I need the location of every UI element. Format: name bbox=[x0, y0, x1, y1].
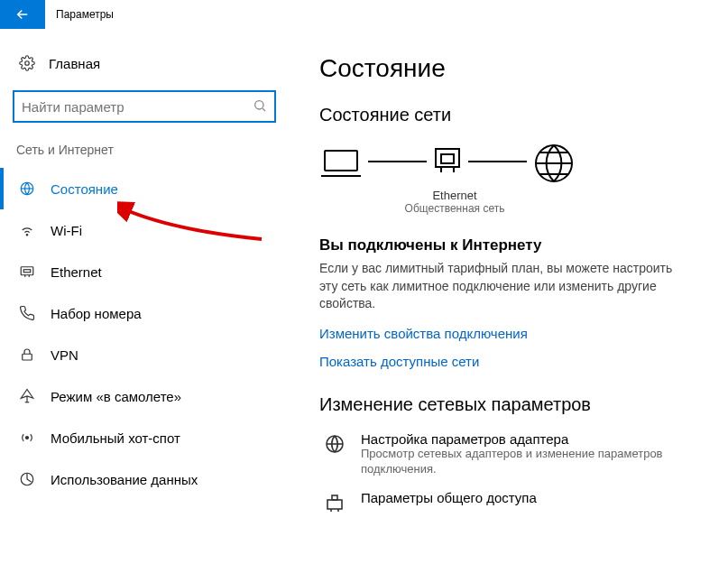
arrow-left-icon bbox=[14, 6, 31, 23]
svg-rect-24 bbox=[332, 495, 337, 500]
svg-point-1 bbox=[255, 100, 263, 108]
sidebar-item-label: Мобильный хот-спот bbox=[38, 430, 180, 446]
svg-rect-15 bbox=[441, 154, 454, 163]
sidebar-item-label: Использование данных bbox=[38, 472, 198, 487]
sidebar: Главная Сеть и Интернет Состояние Wi-Fi bbox=[0, 29, 289, 564]
section-change-params-heading: Изменение сетевых параметров bbox=[319, 394, 710, 415]
svg-point-0 bbox=[25, 61, 30, 66]
option-sharing-settings[interactable]: Параметры общего доступа bbox=[319, 490, 710, 513]
airplane-icon bbox=[16, 388, 38, 404]
network-name: Ethernet bbox=[319, 189, 590, 202]
sidebar-home[interactable]: Главная bbox=[0, 45, 289, 81]
network-type: Общественная сеть bbox=[319, 202, 590, 215]
sidebar-item-airplane[interactable]: Режим «в самолете» bbox=[0, 375, 289, 417]
sidebar-item-vpn[interactable]: VPN bbox=[0, 334, 289, 375]
section-status-heading: Состояние сети bbox=[319, 105, 710, 125]
sidebar-category: Сеть и Интернет bbox=[0, 143, 289, 168]
connection-line bbox=[468, 161, 527, 162]
option-sub: Просмотр сетевых адаптеров и изменение п… bbox=[361, 447, 675, 477]
network-caption: Ethernet Общественная сеть bbox=[319, 189, 590, 215]
window-titlebar: Параметры bbox=[0, 0, 728, 29]
search-icon bbox=[253, 98, 267, 116]
sidebar-item-label: Ethernet bbox=[38, 264, 102, 280]
page-title: Состояние bbox=[319, 54, 710, 83]
sidebar-home-label: Главная bbox=[38, 56, 100, 71]
option-adapter-settings[interactable]: Настройка параметров адаптера Просмотр с… bbox=[319, 431, 710, 477]
sidebar-item-label: Wi-Fi bbox=[38, 223, 82, 238]
phone-icon bbox=[16, 305, 38, 321]
router-icon bbox=[432, 145, 463, 181]
connection-line bbox=[368, 161, 427, 162]
search-input[interactable] bbox=[22, 99, 253, 115]
svg-rect-12 bbox=[325, 151, 357, 171]
main-pane: Состояние Состояние сети Ethernet Общест… bbox=[289, 29, 728, 564]
gear-icon bbox=[16, 55, 38, 71]
svg-line-2 bbox=[263, 108, 265, 111]
status-icon bbox=[16, 180, 38, 197]
sidebar-item-hotspot[interactable]: Мобильный хот-спот bbox=[0, 417, 289, 458]
sidebar-item-data-usage[interactable]: Использование данных bbox=[0, 458, 289, 500]
sharing-icon bbox=[319, 490, 350, 513]
vpn-icon bbox=[16, 347, 38, 363]
link-show-available-networks[interactable]: Показать доступные сети bbox=[319, 354, 710, 369]
sidebar-item-status[interactable]: Состояние bbox=[0, 168, 289, 209]
search-input-container[interactable] bbox=[13, 90, 276, 123]
link-change-connection-props[interactable]: Изменить свойства подключения bbox=[319, 326, 710, 341]
svg-point-4 bbox=[26, 235, 28, 236]
adapter-icon bbox=[319, 431, 350, 455]
svg-point-10 bbox=[26, 437, 29, 439]
svg-rect-23 bbox=[327, 500, 342, 509]
option-title: Настройка параметров адаптера bbox=[361, 431, 675, 447]
computer-icon bbox=[319, 145, 363, 181]
connected-title: Вы подключены к Интернету bbox=[319, 236, 710, 254]
svg-rect-9 bbox=[23, 354, 32, 360]
sidebar-item-label: VPN bbox=[38, 347, 78, 363]
back-button[interactable] bbox=[0, 0, 45, 29]
sidebar-item-wifi[interactable]: Wi-Fi bbox=[0, 209, 289, 251]
sidebar-item-ethernet[interactable]: Ethernet bbox=[0, 251, 289, 292]
wifi-icon bbox=[16, 222, 38, 238]
globe-icon bbox=[532, 142, 576, 185]
window-title: Параметры bbox=[45, 8, 114, 21]
ethernet-icon bbox=[16, 264, 38, 280]
svg-rect-6 bbox=[23, 270, 31, 273]
data-usage-icon bbox=[16, 471, 38, 487]
sidebar-item-label: Состояние bbox=[38, 181, 118, 197]
option-title: Параметры общего доступа bbox=[361, 490, 537, 505]
network-diagram bbox=[319, 142, 710, 185]
hotspot-icon bbox=[16, 430, 38, 446]
sidebar-item-label: Режим «в самолете» bbox=[38, 389, 181, 404]
svg-rect-5 bbox=[21, 267, 33, 275]
sidebar-item-dialup[interactable]: Набор номера bbox=[0, 292, 289, 334]
sidebar-item-label: Набор номера bbox=[38, 306, 142, 321]
connected-body: Если у вас лимитный тарифный план, вы мо… bbox=[319, 260, 680, 313]
